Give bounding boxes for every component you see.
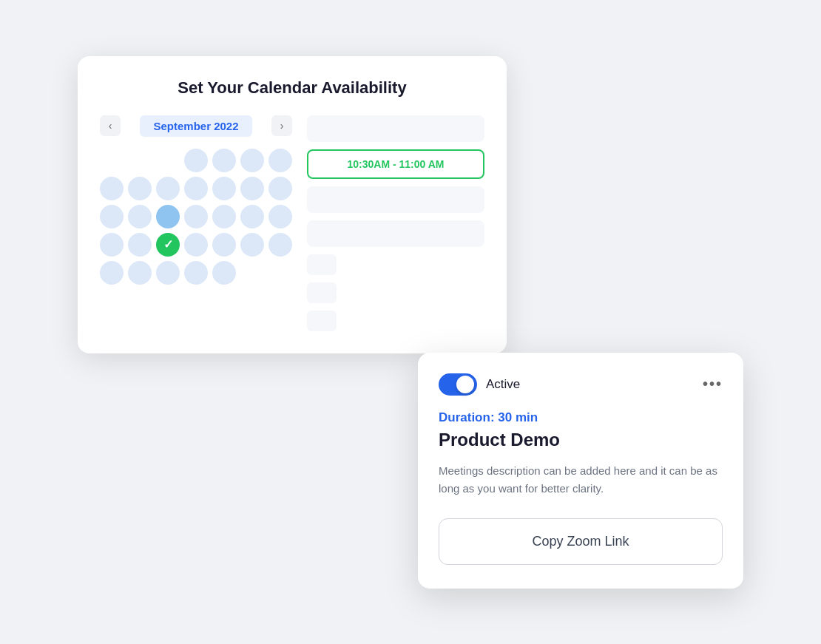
day-cell[interactable] <box>240 205 264 228</box>
day-cell[interactable] <box>212 177 236 200</box>
day-cell[interactable] <box>240 177 264 200</box>
time-slot[interactable] <box>307 186 484 213</box>
day-cell[interactable] <box>100 261 124 285</box>
slot-row <box>307 311 484 331</box>
day-cell <box>128 149 152 172</box>
day-cell[interactable] <box>100 177 124 200</box>
day-cell[interactable] <box>268 149 292 172</box>
toggle-group: Active <box>439 373 520 396</box>
day-cell[interactable] <box>268 177 292 200</box>
calendar-card: Set Your Calendar Availability ‹ Septemb… <box>78 56 507 353</box>
day-cell[interactable] <box>268 233 292 257</box>
calendar-row-3 <box>100 205 292 228</box>
day-cell[interactable] <box>212 261 236 285</box>
day-cell <box>268 261 292 285</box>
day-cell[interactable] <box>100 205 124 228</box>
day-cell[interactable] <box>128 233 152 257</box>
duration-text: Duration: 30 min <box>439 410 723 425</box>
day-cell <box>240 261 264 285</box>
time-slots-section: 10:30AM - 11:00 AM <box>307 115 484 331</box>
day-cell[interactable] <box>212 149 236 172</box>
day-cell[interactable] <box>128 261 152 285</box>
day-cell[interactable] <box>184 233 208 257</box>
day-cell <box>100 149 124 172</box>
day-cell[interactable] <box>268 205 292 228</box>
scene: Set Your Calendar Availability ‹ Septemb… <box>78 56 743 589</box>
day-cell[interactable] <box>128 177 152 200</box>
detail-card: Active ••• Duration: 30 min Product Demo… <box>418 353 743 589</box>
copy-zoom-link-button[interactable]: Copy Zoom Link <box>439 518 723 565</box>
active-toggle[interactable] <box>439 373 477 396</box>
day-cell[interactable] <box>240 233 264 257</box>
day-cell[interactable] <box>212 205 236 228</box>
next-month-button[interactable]: › <box>271 115 292 136</box>
meeting-title: Product Demo <box>439 430 723 450</box>
meeting-description: Meetings description can be added here a… <box>439 462 723 498</box>
day-cell-checked[interactable] <box>156 233 180 257</box>
calendar-section: ‹ September 2022 › <box>100 115 292 331</box>
day-cell-selected[interactable] <box>156 205 180 228</box>
day-cell[interactable] <box>184 177 208 200</box>
day-cell[interactable] <box>212 233 236 257</box>
calendar-row-2 <box>100 177 292 200</box>
day-cell <box>156 149 180 172</box>
calendar-row-5 <box>100 261 292 285</box>
time-slot[interactable] <box>307 115 484 142</box>
slot-row <box>307 254 484 275</box>
time-slot-short[interactable] <box>307 311 337 331</box>
calendar-body: ‹ September 2022 › <box>100 115 484 331</box>
month-label: September 2022 <box>140 115 251 137</box>
calendar-header: ‹ September 2022 › <box>100 115 292 137</box>
time-slot[interactable] <box>307 220 484 247</box>
day-cell[interactable] <box>184 205 208 228</box>
day-cell[interactable] <box>128 205 152 228</box>
time-slot-active[interactable]: 10:30AM - 11:00 AM <box>307 149 484 179</box>
more-options-button[interactable]: ••• <box>703 376 723 393</box>
day-cell[interactable] <box>156 177 180 200</box>
day-cell[interactable] <box>184 261 208 285</box>
calendar-row-4 <box>100 233 292 257</box>
slot-row <box>307 282 484 303</box>
detail-header: Active ••• <box>439 373 723 396</box>
calendar-row-1 <box>100 149 292 172</box>
time-slot-short[interactable] <box>307 282 337 303</box>
day-cell[interactable] <box>240 149 264 172</box>
day-cell[interactable] <box>100 233 124 257</box>
prev-month-button[interactable]: ‹ <box>100 115 121 136</box>
active-label: Active <box>486 377 520 392</box>
toggle-knob <box>456 376 474 393</box>
day-cell[interactable] <box>184 149 208 172</box>
page-title: Set Your Calendar Availability <box>100 78 484 98</box>
day-cell[interactable] <box>156 261 180 285</box>
time-slot-short[interactable] <box>307 254 337 275</box>
